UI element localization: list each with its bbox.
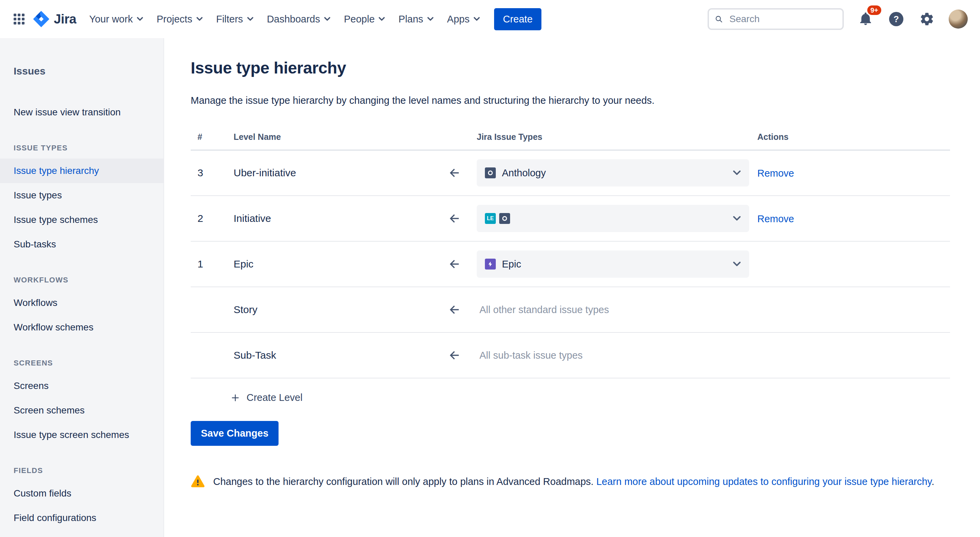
remove-level-link[interactable]: Remove <box>757 168 794 179</box>
help-button[interactable]: ? <box>888 10 905 28</box>
primary-nav: Your workProjectsFiltersDashboardsPeople… <box>83 8 486 30</box>
remove-level-link[interactable]: Remove <box>757 213 794 224</box>
hierarchy-row-epic: 1EpicEpic <box>191 241 950 287</box>
level-name: Uber-initiative <box>234 167 433 179</box>
issue-types-dropdown[interactable]: LE <box>477 205 749 232</box>
sidebar-title: Issues <box>0 65 164 77</box>
sidebar-item-workflows[interactable]: Workflows <box>0 291 164 315</box>
warning-text: Changes to the hierarchy configuration w… <box>213 474 934 489</box>
left-arrow-icon <box>447 302 462 317</box>
learn-more-link[interactable]: Learn more about upcoming updates to con… <box>596 476 931 487</box>
sidebar-item-issue-type-schemes[interactable]: Issue type schemes <box>0 208 164 232</box>
notifications-button[interactable]: 9+ <box>857 10 875 28</box>
left-arrow-icon <box>447 257 462 271</box>
issue-types-cell: All sub-task issue types <box>477 350 749 361</box>
grid-dots-icon <box>14 14 24 24</box>
nav-item-apps[interactable]: Apps <box>441 8 486 30</box>
global-search[interactable] <box>708 8 844 30</box>
level-arrow-cell <box>433 348 477 362</box>
nav-item-label: Your work <box>89 14 133 25</box>
level-arrow-cell <box>433 257 477 271</box>
search-input[interactable] <box>728 13 837 25</box>
user-avatar[interactable] <box>949 10 968 29</box>
sidebar-section-workflows: WORKFLOWS <box>0 257 164 291</box>
issue-types-placeholder: All sub-task issue types <box>477 350 749 361</box>
table-header: # Level Name Jira Issue Types Actions <box>191 124 950 151</box>
nav-item-filters[interactable]: Filters <box>210 8 259 30</box>
level-arrow-cell <box>433 166 477 180</box>
sidebar-item-workflow-schemes[interactable]: Workflow schemes <box>0 315 164 340</box>
level-arrow-cell <box>433 211 477 226</box>
col-header-jira-issue-types: Jira Issue Types <box>477 132 749 142</box>
jira-logo <box>33 11 50 27</box>
sidebar-item-issue-types[interactable]: Issue types <box>0 183 164 208</box>
save-changes-button[interactable]: Save Changes <box>191 421 278 446</box>
top-navigation-bar: Jira Your workProjectsFiltersDashboardsP… <box>0 0 980 38</box>
anthology-issue-type-icon <box>485 167 496 178</box>
level-name: Sub-Task <box>234 350 433 361</box>
col-header-number: # <box>191 132 234 142</box>
nav-item-label: Apps <box>447 14 469 25</box>
sidebar-item-issue-type-screen-schemes[interactable]: Issue type screen schemes <box>0 423 164 447</box>
chevron-down-icon <box>137 17 143 21</box>
chevron-down-icon <box>196 17 203 21</box>
level-number: 2 <box>191 213 234 224</box>
chevron-down-icon <box>324 17 330 21</box>
page-title: Issue type hierarchy <box>191 59 950 77</box>
sidebar-item-new-issue-view-transition[interactable]: New issue view transition <box>0 100 164 124</box>
settings-button[interactable] <box>918 10 936 28</box>
left-arrow-icon <box>447 348 462 362</box>
sidebar-section-fields: FIELDS <box>0 447 164 481</box>
col-header-level-name: Level Name <box>234 132 433 142</box>
chevron-down-icon <box>733 170 741 176</box>
app-switcher-button[interactable] <box>8 8 30 30</box>
topbar-right-cluster: 9+ ? <box>708 8 968 30</box>
level-name: Epic <box>234 258 433 270</box>
nav-item-plans[interactable]: Plans <box>392 8 440 30</box>
level-arrow-cell <box>433 302 477 317</box>
plus-icon <box>230 393 240 403</box>
epic-issue-type-icon <box>485 259 496 270</box>
nav-item-people[interactable]: People <box>338 8 391 30</box>
issue-types-dropdown[interactable]: Epic <box>477 251 749 278</box>
hierarchy-row-initiative: 2InitiativeLERemove <box>191 196 950 241</box>
create-button[interactable]: Create <box>494 8 541 30</box>
issue-types-cell: Anthology <box>477 159 749 186</box>
chevron-down-icon <box>733 261 741 267</box>
chevron-down-icon <box>379 17 385 21</box>
app-name: Jira <box>54 12 76 27</box>
issue-types-cell: All other standard issue types <box>477 304 749 315</box>
sidebar-item-sub-tasks[interactable]: Sub-tasks <box>0 232 164 257</box>
jira-home-logo[interactable]: Jira <box>30 11 83 27</box>
level-number: 1 <box>191 258 234 270</box>
hierarchy-row-uber-initiative: 3Uber-initiativeAnthologyRemove <box>191 151 950 196</box>
chevron-down-icon <box>474 17 480 21</box>
nav-item-your-work[interactable]: Your work <box>83 8 149 30</box>
nav-item-label: Dashboards <box>267 14 320 25</box>
sidebar-item-field-configurations[interactable]: Field configurations <box>0 506 164 530</box>
sidebar-item-issue-type-hierarchy[interactable]: Issue type hierarchy <box>0 159 164 183</box>
actions-cell: Remove <box>749 212 950 225</box>
sidebar-item-screen-schemes[interactable]: Screen schemes <box>0 398 164 423</box>
nav-item-projects[interactable]: Projects <box>151 8 209 30</box>
jira-admin-window: Jira Your workProjectsFiltersDashboardsP… <box>0 0 980 537</box>
create-level-button[interactable]: Create Level <box>230 392 302 403</box>
nav-item-label: People <box>344 14 375 25</box>
issue-types-cell: Epic <box>477 251 749 278</box>
nav-item-dashboards[interactable]: Dashboards <box>261 8 336 30</box>
nav-item-label: Filters <box>216 14 243 25</box>
hierarchy-row-story: StoryAll other standard issue types <box>191 287 950 333</box>
notification-count-badge: 9+ <box>867 5 881 15</box>
issue-types-dropdown[interactable]: Anthology <box>477 159 749 186</box>
issue-types-value: Anthology <box>502 167 546 179</box>
hierarchy-table-body: 3Uber-initiativeAnthologyRemove2Initiati… <box>191 151 950 378</box>
hierarchy-row-sub-task: Sub-TaskAll sub-task issue types <box>191 333 950 378</box>
issue-types-placeholder: All other standard issue types <box>477 304 749 315</box>
sidebar-item-custom-fields[interactable]: Custom fields <box>0 481 164 506</box>
sidebar-item-screens[interactable]: Screens <box>0 373 164 398</box>
main-content: Issue type hierarchy Manage the issue ty… <box>164 38 980 537</box>
warning-banner: Changes to the hierarchy configuration w… <box>191 474 950 489</box>
left-arrow-icon <box>447 211 462 226</box>
sidebar-section-issue-types: ISSUE TYPES <box>0 124 164 159</box>
chevron-down-icon <box>427 17 433 21</box>
